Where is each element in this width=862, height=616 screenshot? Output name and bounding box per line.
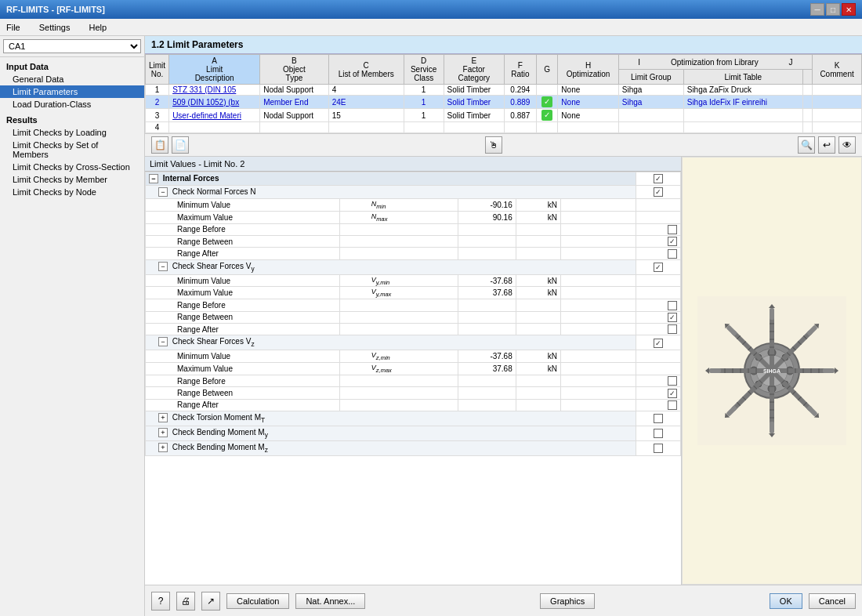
- list-item: − Check Shear Forces Vz: [146, 335, 681, 350]
- table-toolbar: 📋 📄 🖱 🔍 ↩ 👁: [145, 134, 862, 157]
- window-title: RF-LIMITS - [RF-LIMITS]: [6, 5, 105, 14]
- range-between-vy-cb[interactable]: [668, 313, 677, 322]
- dropdown-bar: CA1: [0, 36, 144, 57]
- col-ij-header: I Optimization from Library J: [618, 55, 812, 70]
- row3-desc[interactable]: User-defined Materi: [169, 109, 260, 122]
- col-limit-table-header: Limit Table: [683, 70, 802, 85]
- window-controls[interactable]: ─ □ ✕: [810, 3, 856, 16]
- titlebar: RF-LIMITS - [RF-LIMITS] ─ □ ✕: [0, 0, 862, 19]
- range-before-vy-cb[interactable]: [668, 301, 677, 310]
- list-item: + Check Torsion Moment MT: [146, 411, 681, 426]
- menu-help[interactable]: Help: [85, 22, 110, 33]
- bending-my-checkbox[interactable]: [654, 429, 663, 438]
- list-item: Range Before: [146, 375, 681, 386]
- cancel-button[interactable]: Cancel: [809, 593, 856, 609]
- list-item: Range After: [146, 248, 681, 259]
- nav-checks-member[interactable]: Limit Checks by Member: [0, 173, 144, 186]
- range-after-vy-cb[interactable]: [668, 324, 677, 334]
- nav-general-data[interactable]: General Data: [0, 73, 144, 85]
- list-item: + Check Bending Moment My: [146, 426, 681, 441]
- range-after-n-cb[interactable]: [668, 249, 677, 259]
- expand-shear-vz[interactable]: −: [158, 337, 168, 346]
- range-before-vz-cb[interactable]: [668, 376, 677, 386]
- col-k-header: KComment: [813, 55, 862, 85]
- list-item: − Internal Forces: [146, 172, 681, 186]
- nav-checks-set[interactable]: Limit Checks by Set of Members: [0, 139, 144, 161]
- list-item: Range After: [146, 399, 681, 411]
- zoom-reset-button[interactable]: ↩: [818, 136, 835, 154]
- expand-shear-vy[interactable]: −: [158, 262, 168, 271]
- export-button[interactable]: ↗: [201, 592, 220, 611]
- table-row[interactable]: 4: [146, 122, 862, 133]
- list-item: Range Between: [146, 311, 681, 323]
- main-container: CA1 Input Data General Data Limit Parame…: [0, 36, 862, 616]
- torsion-checkbox[interactable]: [654, 414, 663, 423]
- expand-normal-forces[interactable]: −: [158, 187, 168, 197]
- range-before-n-cb[interactable]: [668, 225, 677, 234]
- nat-annex-button[interactable]: Nat. Annex...: [295, 593, 365, 609]
- row2-desc[interactable]: 509 (DIN 1052) (bx: [169, 96, 260, 109]
- menu-settings[interactable]: Settings: [36, 22, 74, 33]
- nav-limit-parameters[interactable]: Limit Parameters: [0, 85, 144, 98]
- ok-button[interactable]: OK: [770, 593, 802, 609]
- limit-values-table-wrap: − Internal Forces −: [145, 172, 681, 585]
- expand-bending-mz[interactable]: +: [158, 443, 168, 452]
- nav-checks-node[interactable]: Limit Checks by Node: [0, 186, 144, 198]
- list-item: + Check Bending Moment Mz: [146, 441, 681, 456]
- limit-values-table: − Internal Forces −: [145, 172, 681, 456]
- svg-rect-53: [823, 368, 835, 373]
- range-after-vz-cb[interactable]: [668, 400, 677, 410]
- status-bar: ? 🖨 ↗ Calculation Nat. Annex... Graphics…: [145, 585, 862, 616]
- nav-load-duration[interactable]: Load Duration-Class: [0, 98, 144, 111]
- expand-bending-my[interactable]: +: [158, 428, 168, 437]
- nav-checks-loading[interactable]: Limit Checks by Loading: [0, 126, 144, 139]
- zoom-button[interactable]: 🔍: [798, 136, 815, 154]
- check-icon: ✓: [541, 110, 552, 121]
- table-row[interactable]: 2 509 (DIN 1052) (bx Member End 24E 1 So…: [146, 96, 862, 109]
- list-item: Maximum Value Vz,max 37.68 kN: [146, 363, 681, 375]
- svg-rect-37: [770, 308, 774, 320]
- input-section-label: Input Data: [0, 60, 144, 73]
- select-pointer-button[interactable]: 🖱: [485, 136, 502, 154]
- list-item: − Check Normal Forces N: [146, 186, 681, 199]
- bending-mz-checkbox[interactable]: [654, 444, 663, 453]
- range-between-vz-cb[interactable]: [668, 389, 677, 398]
- list-item: Range Before: [146, 223, 681, 235]
- screw-image: SIHGA: [694, 292, 850, 449]
- right-panel: 1.2 Limit Parameters LimitNo. ALimitDesc…: [145, 36, 862, 616]
- svg-rect-69: [770, 422, 774, 433]
- help-button[interactable]: ?: [151, 592, 170, 611]
- bottom-area: Limit Values - Limit No. 2 − Internal Fo…: [145, 157, 862, 585]
- range-between-n-cb[interactable]: [668, 237, 677, 246]
- copy-row-button[interactable]: 📄: [172, 136, 189, 154]
- table-row[interactable]: 1 STZ 331 (DIN 105 Nodal Support 4 1 Sol…: [146, 85, 862, 96]
- add-row-button[interactable]: 📋: [151, 136, 168, 154]
- calculation-button[interactable]: Calculation: [226, 593, 289, 609]
- col-b-header: BObjectType: [260, 55, 328, 85]
- col-e-header: EFactorCategory: [444, 55, 504, 85]
- row1-desc[interactable]: STZ 331 (DIN 105: [169, 85, 260, 96]
- shear-vz-checkbox[interactable]: [654, 339, 663, 348]
- print-button[interactable]: 🖨: [176, 592, 195, 611]
- list-item: Minimum Value Vz,min -37.68 kN: [146, 350, 681, 363]
- list-item: Range Between: [146, 235, 681, 247]
- shear-vy-checkbox[interactable]: [654, 263, 663, 272]
- expand-torsion[interactable]: +: [158, 413, 168, 422]
- svg-text:SIHGA: SIHGA: [763, 368, 781, 374]
- list-item: Range Before: [146, 299, 681, 311]
- minimize-button[interactable]: ─: [810, 3, 824, 16]
- close-button[interactable]: ✕: [842, 3, 856, 16]
- maximize-button[interactable]: □: [826, 3, 840, 16]
- nav-checks-cross-section[interactable]: Limit Checks by Cross-Section: [0, 161, 144, 173]
- list-item: Minimum Value Vy,min -37.68 kN: [146, 274, 681, 287]
- view-button[interactable]: 👁: [838, 136, 856, 154]
- internal-forces-checkbox[interactable]: [654, 174, 663, 183]
- table-row[interactable]: 3 User-defined Materi Nodal Support 15 1…: [146, 109, 862, 122]
- ca-dropdown[interactable]: CA1: [3, 39, 141, 53]
- col-d-header: DServiceClass: [404, 55, 444, 85]
- normal-forces-checkbox[interactable]: [654, 187, 663, 197]
- menu-file[interactable]: File: [3, 22, 24, 33]
- nav-tree: Input Data General Data Limit Parameters…: [0, 57, 144, 616]
- graphics-button[interactable]: Graphics: [540, 593, 595, 609]
- expand-internal-forces[interactable]: −: [149, 174, 158, 183]
